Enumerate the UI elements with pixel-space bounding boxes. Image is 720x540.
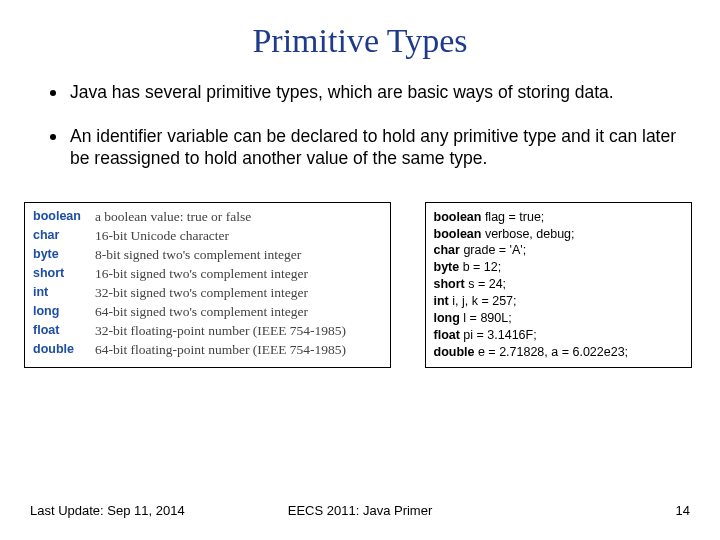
code-line: int i, j, k = 257; xyxy=(434,293,682,310)
bullet-list: Java has several primitive types, which … xyxy=(0,82,720,170)
type-description: 16-bit signed two's complement integer xyxy=(95,266,380,285)
content-boxes: boolean a boolean value: true or false c… xyxy=(0,192,720,368)
bullet-text: Java has several primitive types, which … xyxy=(70,82,678,104)
slide: Primitive Types Java has several primiti… xyxy=(0,0,720,540)
type-keyword: long xyxy=(33,304,81,323)
type-keyword: boolean xyxy=(33,209,81,228)
type-description: 64-bit signed two's complement integer xyxy=(95,304,380,323)
code-line: short s = 24; xyxy=(434,276,682,293)
type-keyword: short xyxy=(33,266,81,285)
footer-last-update: Last Update: Sep 11, 2014 xyxy=(30,503,185,518)
type-keyword: float xyxy=(33,323,81,342)
code-line: boolean flag = true; xyxy=(434,209,682,226)
slide-footer: Last Update: Sep 11, 2014 EECS 2011: Jav… xyxy=(0,503,720,518)
slide-title: Primitive Types xyxy=(0,22,720,60)
code-line: float pi = 3.1416F; xyxy=(434,327,682,344)
code-line: byte b = 12; xyxy=(434,259,682,276)
type-description: 32-bit floating-point number (IEEE 754-1… xyxy=(95,323,380,342)
type-keyword: char xyxy=(33,228,81,247)
types-table: boolean a boolean value: true or false c… xyxy=(24,202,391,368)
footer-course: EECS 2011: Java Primer xyxy=(288,503,433,518)
bullet-dot-icon xyxy=(50,134,56,140)
code-line: boolean verbose, debug; xyxy=(434,226,682,243)
type-keyword: double xyxy=(33,342,81,361)
type-description: 64-bit floating-point number (IEEE 754-1… xyxy=(95,342,380,361)
type-description: 32-bit signed two's complement integer xyxy=(95,285,380,304)
type-description: 16-bit Unicode character xyxy=(95,228,380,247)
code-line: long l = 890L; xyxy=(434,310,682,327)
bullet-item: Java has several primitive types, which … xyxy=(50,82,678,104)
type-keyword: int xyxy=(33,285,81,304)
code-sample: boolean flag = true; boolean verbose, de… xyxy=(425,202,693,368)
code-line: double e = 2.71828, a = 6.022e23; xyxy=(434,344,682,361)
bullet-dot-icon xyxy=(50,90,56,96)
type-description: a boolean value: true or false xyxy=(95,209,380,228)
bullet-text: An identifier variable can be declared t… xyxy=(70,126,678,170)
code-line: char grade = 'A'; xyxy=(434,242,682,259)
type-description: 8-bit signed two's complement integer xyxy=(95,247,380,266)
bullet-item: An identifier variable can be declared t… xyxy=(50,126,678,170)
type-keyword: byte xyxy=(33,247,81,266)
footer-page-number: 14 xyxy=(676,503,690,518)
